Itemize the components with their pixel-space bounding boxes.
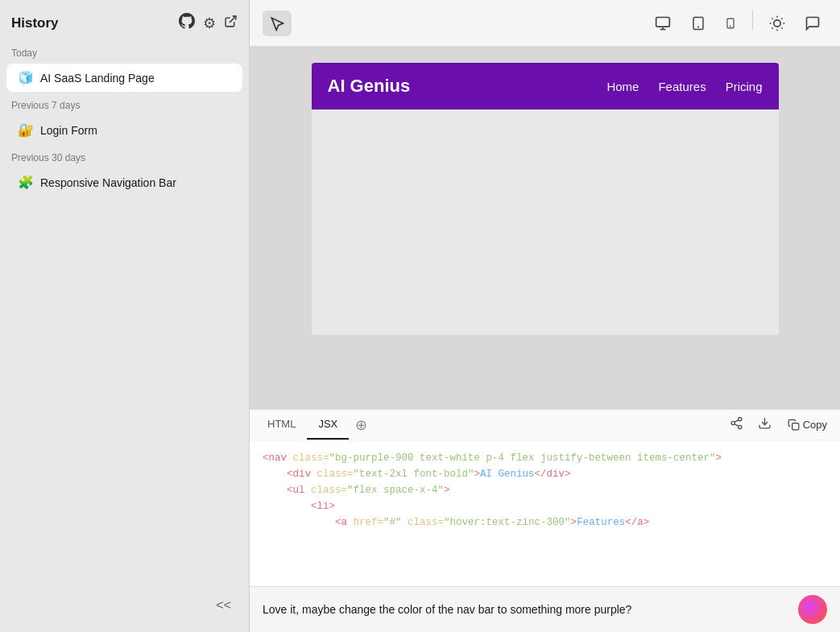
code-body: <nav class="bg-purple-900 text-white p-4…	[250, 440, 840, 586]
tabs-actions: Copy	[725, 411, 834, 438]
comment-button[interactable]	[798, 10, 827, 36]
copy-label: Copy	[803, 419, 827, 431]
code-tabs-row: HTML JSX ⊕ Copy	[250, 410, 840, 440]
toolbar-right	[648, 10, 827, 36]
code-line-1: <nav class="bg-purple-900 text-white p-4…	[263, 450, 827, 466]
history-item-ai-saas[interactable]: 🧊 AI SaaS Landing Page	[6, 64, 242, 92]
collapse-button[interactable]: <<	[209, 595, 238, 616]
code-line-6: <a href="#" class="hover:text-zinc-300">…	[263, 514, 827, 531]
mobile-view-button[interactable]	[718, 10, 743, 36]
svg-line-12	[781, 27, 782, 28]
sidebar: History ⚙ Today 🧊 AI SaaS Landing Page P…	[0, 0, 250, 632]
user-avatar	[798, 595, 827, 624]
toolbar-divider	[752, 10, 753, 30]
chat-input[interactable]	[263, 603, 790, 616]
history-item-nav-bar[interactable]: 🧩 Responsive Navigation Bar	[6, 168, 242, 196]
preview-navbar: AI Genius Home Features Pricing	[312, 63, 779, 109]
settings-icon[interactable]: ⚙	[203, 14, 216, 32]
svg-line-15	[772, 27, 773, 28]
section-today: Today	[0, 41, 249, 62]
chat-area	[250, 586, 840, 632]
sidebar-icon-group: ⚙	[179, 13, 238, 33]
theme-toggle-button[interactable]	[763, 10, 792, 36]
history-item-login-form[interactable]: 🔐 Login Form	[6, 116, 242, 144]
preview-nav-links: Home Features Pricing	[606, 80, 762, 93]
login-form-label: Login Form	[40, 124, 97, 137]
svg-line-11	[772, 18, 773, 19]
svg-point-18	[731, 421, 734, 424]
svg-line-20	[734, 424, 739, 427]
preview-frame: AI Genius Home Features Pricing	[312, 63, 779, 335]
desktop-view-button[interactable]	[648, 10, 678, 36]
preview-area: AI Genius Home Features Pricing	[250, 47, 840, 409]
main-panel: AI Genius Home Features Pricing HTML JSX…	[250, 0, 840, 632]
section-prev7: Previous 7 days	[0, 93, 249, 114]
code-section: HTML JSX ⊕ Copy <nav class="bg-purple-90…	[250, 409, 840, 586]
nav-bar-label: Responsive Navigation Bar	[40, 176, 176, 189]
svg-rect-1	[656, 17, 670, 27]
code-line-3: <ul class="flex space-x-4">	[263, 482, 827, 498]
add-tab-button[interactable]: ⊕	[349, 411, 374, 439]
preview-content-area	[312, 109, 779, 335]
svg-line-21	[734, 420, 739, 423]
login-form-icon: 🔐	[18, 122, 34, 138]
tablet-view-button[interactable]	[685, 10, 712, 36]
copy-button[interactable]: Copy	[781, 415, 834, 434]
svg-line-16	[781, 18, 782, 19]
preview-nav-brand: AI Genius	[328, 76, 411, 97]
nav-link-home: Home	[606, 80, 639, 93]
share-button[interactable]	[725, 411, 748, 438]
nav-link-features: Features	[658, 80, 706, 93]
toolbar-left	[263, 10, 292, 36]
svg-line-0	[230, 16, 236, 23]
sidebar-header: History ⚙	[0, 0, 249, 41]
github-icon[interactable]	[179, 13, 195, 33]
nav-link-pricing: Pricing	[726, 80, 763, 93]
download-button[interactable]	[753, 411, 776, 438]
code-line-2: <div class="text-2xl font-bold">AI Geniu…	[263, 466, 827, 482]
svg-point-19	[738, 425, 741, 428]
tab-jsx[interactable]: JSX	[307, 410, 349, 440]
sidebar-title: History	[11, 15, 59, 31]
nav-bar-icon: 🧩	[18, 175, 34, 190]
svg-rect-23	[792, 423, 798, 430]
ai-saas-label: AI SaaS Landing Page	[40, 72, 155, 85]
tab-html[interactable]: HTML	[256, 410, 307, 440]
section-prev30: Previous 30 days	[0, 146, 249, 167]
code-line-5: <li>	[263, 498, 827, 514]
code-tabs-left: HTML JSX ⊕	[256, 410, 374, 440]
toolbar	[250, 0, 840, 47]
cursor-tool-button[interactable]	[263, 10, 292, 36]
svg-point-8	[774, 19, 780, 26]
external-link-icon[interactable]	[224, 14, 238, 32]
ai-saas-icon: 🧊	[18, 70, 34, 85]
svg-point-17	[738, 417, 741, 420]
